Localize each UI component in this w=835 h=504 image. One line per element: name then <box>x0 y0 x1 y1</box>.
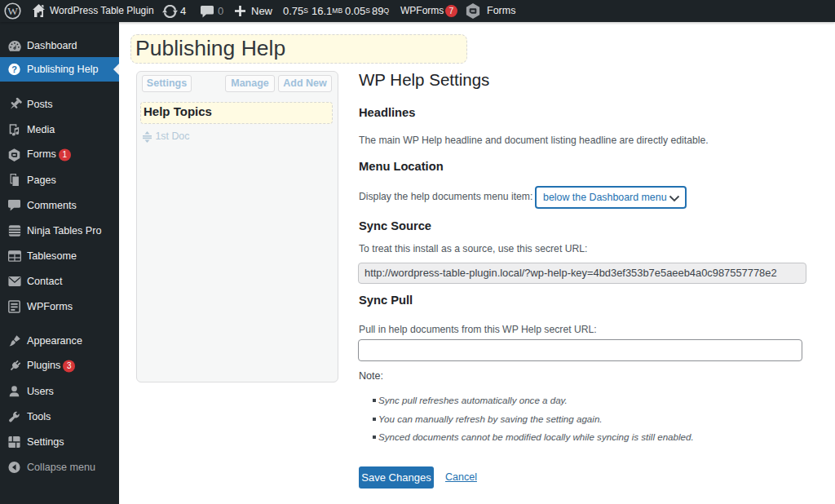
svg-text:W: W <box>7 5 18 17</box>
svg-text:?: ? <box>11 64 17 74</box>
